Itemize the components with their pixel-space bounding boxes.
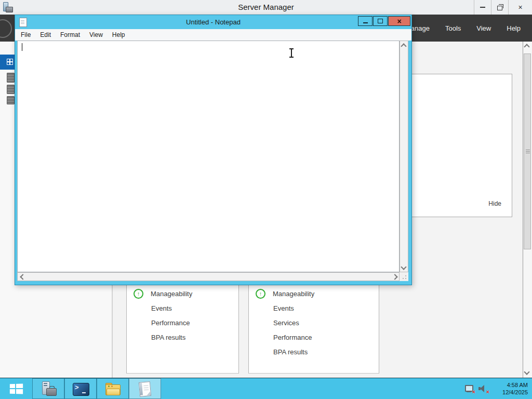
tile-link-bpa-results[interactable]: BPA results — [127, 330, 238, 344]
server-manager-titlebar: Server Manager × — [0, 0, 532, 15]
scroll-left-icon[interactable] — [20, 274, 25, 280]
start-button[interactable] — [0, 378, 32, 399]
tile-link-performance[interactable]: Performance — [127, 315, 238, 330]
taskbar-app-file-explorer[interactable] — [97, 378, 129, 399]
ibeam-cursor — [289, 48, 294, 58]
network-disconnected-icon[interactable]: × — [464, 384, 474, 393]
desktop: Server Manager × Manage Tools View Help … — [0, 0, 532, 399]
close-icon: × — [518, 4, 522, 11]
minimize-icon — [480, 7, 485, 8]
notepad-icon — [137, 381, 153, 396]
scrollbar-grip-icon — [526, 150, 530, 153]
taskbar-app-powershell[interactable]: > — [64, 378, 97, 399]
scroll-right-icon[interactable] — [392, 274, 397, 280]
minimize-button[interactable] — [358, 16, 373, 26]
menu-format[interactable]: Format — [56, 31, 85, 38]
welcome-tile: Hide — [410, 74, 512, 217]
sidebar-item-icon-2[interactable] — [7, 85, 15, 94]
notepad-window-title: Untitled - Notepad — [15, 15, 411, 29]
tile-link-events[interactable]: Events — [249, 301, 379, 315]
restore-button[interactable] — [491, 0, 508, 15]
menu-help[interactable]: Help — [507, 24, 521, 32]
back-button[interactable] — [0, 19, 12, 38]
system-tray: × × 4:58 AM 12/4/2025 — [464, 378, 529, 399]
scroll-down-icon[interactable] — [524, 369, 529, 375]
minimize-icon — [363, 22, 368, 23]
tile-link-events[interactable]: Events — [127, 301, 238, 315]
menu-tools[interactable]: Tools — [445, 24, 461, 32]
close-button[interactable]: × — [388, 16, 410, 26]
scroll-up-icon[interactable] — [524, 44, 529, 49]
scrollbar-thumb[interactable] — [524, 54, 531, 249]
taskbar-app-notepad[interactable] — [129, 378, 161, 399]
window-title: Server Manager — [0, 0, 532, 15]
windows-logo-icon — [10, 383, 23, 394]
menu-view[interactable]: View — [85, 31, 108, 38]
dashboard-tile-1: ↑ Manageability Events Performance BPA r… — [126, 285, 239, 374]
taskbar-clock[interactable]: 4:58 AM 12/4/2025 — [493, 381, 529, 396]
close-icon: × — [397, 18, 401, 25]
notepad-window: Untitled - Notepad × File Edit Format Vi… — [15, 15, 412, 285]
server-manager-icon — [40, 381, 57, 396]
dashboard-tile-2: ↑ Manageability Events Services Performa… — [248, 285, 379, 374]
powershell-icon: > — [72, 381, 89, 396]
maximize-button[interactable] — [373, 16, 388, 26]
taskbar-app-server-manager[interactable] — [32, 378, 64, 399]
file-explorer-icon — [104, 381, 121, 396]
menu-edit[interactable]: Edit — [35, 31, 56, 38]
notepad-text-area[interactable] — [17, 41, 400, 272]
notepad-menubar: File Edit Format View Help — [15, 29, 411, 41]
tile-header-row[interactable]: ↑ Manageability — [127, 286, 238, 301]
notepad-horizontal-scrollbar[interactable] — [17, 272, 400, 281]
tile-link-performance[interactable]: Performance — [249, 330, 379, 344]
hide-link[interactable]: Hide — [488, 200, 501, 207]
resize-grip-icon — [405, 278, 406, 279]
notepad-titlebar[interactable]: Untitled - Notepad × — [15, 15, 411, 29]
tile-header-label[interactable]: Manageability — [151, 290, 192, 298]
server-manager-menubar: Manage Tools View Help — [405, 15, 521, 42]
volume-muted-icon[interactable]: × — [478, 384, 488, 393]
menu-file[interactable]: File — [16, 31, 35, 38]
status-ok-icon: ↑ — [134, 289, 143, 299]
sidebar-item-icon-3[interactable] — [7, 96, 15, 104]
restore-icon — [497, 6, 502, 10]
minimize-button[interactable] — [474, 0, 491, 15]
maximize-icon — [378, 19, 383, 23]
status-ok-icon: ↑ — [256, 289, 265, 299]
scroll-down-icon[interactable] — [401, 264, 406, 270]
notepad-window-controls: × — [358, 16, 410, 26]
menu-help[interactable]: Help — [108, 31, 130, 38]
notepad-vertical-scrollbar[interactable] — [400, 41, 408, 272]
taskbar: > × — [0, 378, 532, 399]
dashboard-icon — [7, 59, 13, 65]
sidebar-item-icon-1[interactable] — [7, 73, 15, 83]
text-caret — [22, 43, 22, 51]
menu-view[interactable]: View — [476, 24, 491, 32]
tile-link-bpa-results[interactable]: BPA results — [249, 344, 379, 359]
close-button[interactable]: × — [508, 0, 532, 15]
clock-time: 4:58 AM — [493, 381, 528, 389]
clock-date: 12/4/2025 — [493, 389, 528, 396]
window-controls: × — [474, 0, 532, 15]
tile-link-services[interactable]: Services — [249, 315, 379, 330]
vertical-scrollbar[interactable] — [523, 42, 532, 378]
tile-header-row[interactable]: ↑ Manageability — [249, 286, 379, 301]
resize-grip[interactable] — [400, 272, 408, 281]
tile-header-label[interactable]: Manageability — [273, 290, 314, 298]
scroll-up-icon[interactable] — [401, 43, 406, 49]
